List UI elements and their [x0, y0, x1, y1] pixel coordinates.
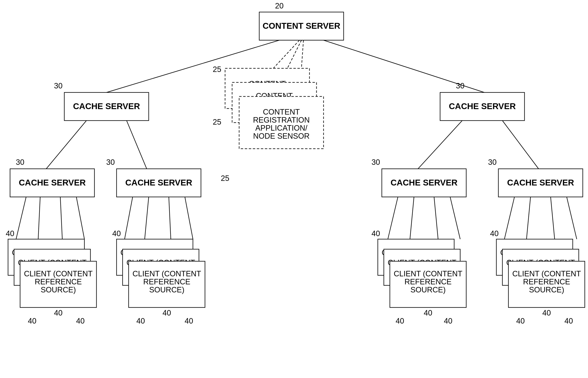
client-ll-label3b: REFERENCE: [35, 278, 82, 286]
reg-label-3c: APPLICATION/: [255, 124, 307, 132]
cache-server-ll-label: CACHE SERVER: [19, 178, 86, 187]
client-ll-label3c: SOURCE): [40, 285, 76, 294]
ref-40-lr-bottom: 40: [136, 317, 145, 325]
client-rl-label3b: REFERENCE: [404, 278, 452, 286]
ref-30-lr: 30: [106, 158, 115, 166]
ref-30-left: 30: [54, 81, 63, 90]
ref-30-rr: 30: [488, 158, 496, 166]
line-right-rr: [502, 121, 539, 169]
client-lr-label3c: SOURCE): [149, 285, 184, 294]
ref-40-ll-left: 40: [6, 229, 14, 238]
line-cs-reg1: [273, 40, 299, 68]
ref-40-lr-bottom2: 40: [162, 309, 171, 317]
cache-server-rl-label: CACHE SERVER: [391, 178, 458, 187]
ref-40-rl-left: 40: [372, 229, 380, 238]
ref-30-ll: 30: [16, 158, 24, 166]
ref-40-rr-bottom2: 40: [542, 309, 551, 317]
line-rr-c4: [567, 197, 577, 239]
line-lr-c2: [145, 197, 149, 239]
line-lr-c3: [169, 197, 171, 239]
reg-label-3d: NODE SENSOR: [253, 132, 310, 140]
line-cs-reg2: [287, 40, 301, 68]
cache-server-rr-label: CACHE SERVER: [507, 178, 574, 187]
client-rr-label3b: REFERENCE: [523, 278, 570, 286]
client-lr-label3b: REFERENCE: [143, 278, 190, 286]
ref-40-rl-right: 40: [444, 317, 452, 325]
client-lr-label3a: CLIENT (CONTENT: [133, 270, 201, 278]
ref-20: 20: [275, 2, 283, 10]
line-rr-c2: [526, 197, 531, 239]
client-rl-label3c: SOURCE): [410, 285, 445, 294]
line-ll-c2: [38, 197, 40, 239]
line-lr-c1: [125, 197, 133, 239]
ref-40-rr-right: 40: [564, 317, 573, 325]
line-rl-c1: [388, 197, 398, 239]
client-rl-label3a: CLIENT (CONTENT: [394, 270, 462, 278]
line-left-lr: [127, 121, 147, 169]
line-rr-c1: [504, 197, 514, 239]
ref-30-right: 30: [456, 81, 464, 90]
ref-25-c: 25: [221, 174, 229, 182]
ref-25-a: 25: [213, 65, 221, 74]
cache-server-right-label: CACHE SERVER: [449, 101, 516, 111]
line-rl-c2: [410, 197, 414, 239]
line-rr-c3: [551, 197, 555, 239]
client-ll-label3a: CLIENT (CONTENT: [24, 270, 93, 278]
reg-label-3b: REGISTRATION: [253, 116, 310, 124]
client-rr-label3a: CLIENT (CONTENT: [512, 270, 581, 278]
ref-40-lr-right: 40: [185, 317, 193, 325]
cache-server-lr-label: CACHE SERVER: [125, 178, 192, 187]
line-ll-c4: [76, 197, 84, 239]
ref-40-ll-right: 40: [76, 317, 85, 325]
client-rr-label3c: SOURCE): [529, 285, 564, 294]
line-ll-c3: [60, 197, 62, 239]
cache-server-left-label: CACHE SERVER: [73, 101, 140, 111]
ref-40-ll-bottom2: 40: [54, 309, 63, 317]
line-right-rl: [418, 121, 462, 169]
ref-40-rr-bottom: 40: [516, 317, 525, 325]
network-diagram: 20 CONTENT SERVER 30 CACHE SERVER 30 CAC…: [0, 0, 588, 378]
ref-40-rl-bottom2: 40: [424, 309, 432, 317]
ref-30-rl: 30: [372, 158, 380, 166]
line-rl-c4: [450, 197, 460, 239]
ref-40-ll-bottom: 40: [28, 317, 36, 325]
line-left-ll: [46, 121, 86, 169]
ref-40-rl-bottom: 40: [396, 317, 404, 325]
ref-40-lr-left: 40: [112, 229, 121, 238]
line-cs-reg3: [301, 40, 303, 68]
line-lr-c4: [185, 197, 193, 239]
reg-label-3a: CONTENT: [263, 108, 300, 116]
ref-40-rr-left: 40: [490, 229, 499, 238]
ref-25-b: 25: [213, 118, 221, 126]
line-rl-c3: [434, 197, 438, 239]
line-ll-c1: [16, 197, 26, 239]
content-server-label: CONTENT SERVER: [263, 21, 340, 30]
